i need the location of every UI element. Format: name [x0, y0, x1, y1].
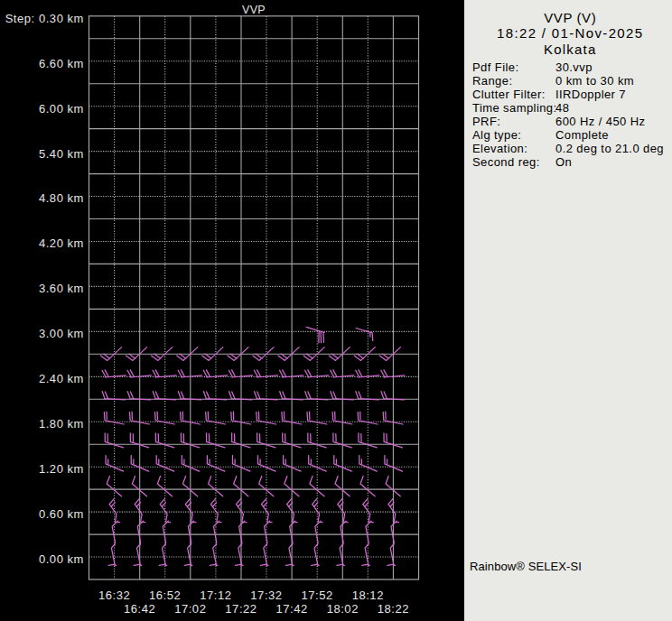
svg-text:17:02: 17:02	[174, 602, 206, 616]
svg-text:16:42: 16:42	[124, 602, 155, 616]
svg-text:6.60 km: 6.60 km	[39, 57, 84, 70]
svg-text:3.60 km: 3.60 km	[39, 282, 84, 295]
svg-text:3.00 km: 3.00 km	[39, 327, 84, 340]
svg-text:17:12: 17:12	[200, 589, 231, 602]
svg-text:17:32: 17:32	[250, 589, 282, 602]
svg-text:Step: 0.30 km: Step: 0.30 km	[5, 12, 84, 25]
svg-text:17:52: 17:52	[302, 589, 333, 602]
svg-text:16:32: 16:32	[98, 589, 130, 602]
svg-text:4.20 km: 4.20 km	[39, 236, 84, 250]
svg-text:0.60 km: 0.60 km	[39, 507, 84, 521]
svg-text:4.80 km: 4.80 km	[39, 191, 84, 205]
svg-text:6.00 km: 6.00 km	[39, 102, 84, 116]
svg-text:0.00 km: 0.00 km	[39, 552, 84, 566]
svg-text:17:22: 17:22	[225, 602, 257, 616]
svg-text:18:02: 18:02	[327, 602, 359, 616]
svg-text:16:52: 16:52	[149, 589, 181, 602]
svg-text:17:42: 17:42	[275, 602, 307, 616]
svg-text:2.40 km: 2.40 km	[39, 372, 84, 385]
svg-text:18:12: 18:12	[352, 589, 384, 602]
svg-text:18:22: 18:22	[378, 602, 409, 616]
svg-text:1.20 km: 1.20 km	[39, 462, 84, 476]
svg-text:5.40 km: 5.40 km	[39, 147, 84, 161]
svg-text:1.80 km: 1.80 km	[39, 417, 84, 431]
svg-text:VVP: VVP	[242, 4, 266, 16]
